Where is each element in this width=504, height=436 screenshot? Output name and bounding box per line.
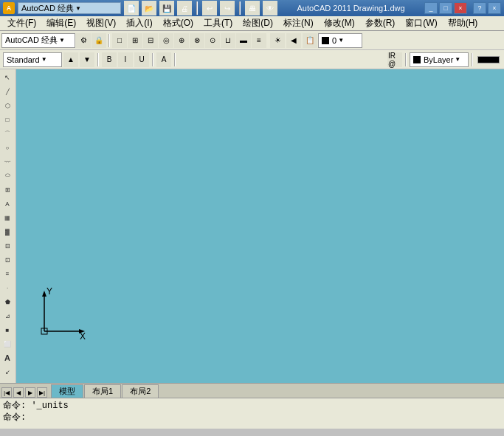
title-bar: A AutoCAD 经典 ▼ 📄 📂 💾 🖨 ↩ ↪ 🖶 👁 AutoCAD 2… [0,0,504,16]
menu-window[interactable]: 窗口(W) [401,15,441,31]
help-btn[interactable]: ? [473,2,486,14]
tab-model[interactable]: 模型 [51,384,83,398]
print-btn[interactable]: 🖶 [245,1,260,15]
menu-format[interactable]: 格式(O) [159,15,198,31]
minimize-btn[interactable]: _ [424,2,438,14]
plot-btn[interactable]: 🖨 [177,1,192,15]
tool-text-large[interactable]: A [1,351,14,364]
redo-btn[interactable]: ↪ [220,1,235,15]
bold-btn[interactable]: B [102,52,117,67]
grid-btn[interactable]: ⊞ [128,33,142,48]
tool-insert[interactable]: ⊞ [1,183,14,196]
layer-prev[interactable]: ◀ [286,33,301,48]
command-area: 命令: '_units 命令: [0,398,504,429]
menu-help[interactable]: 帮助(H) [443,15,483,31]
tool-surface[interactable]: ⊿ [1,309,14,322]
menu-bar: 文件(F) 编辑(E) 视图(V) 插入(I) 格式(O) 工具(T) 绘图(D… [0,16,504,31]
italic-btn[interactable]: I [118,52,133,67]
menu-tools[interactable]: 工具(T) [199,15,237,31]
otrack-btn[interactable]: ⊗ [190,33,204,48]
canvas-area[interactable]: Y X [16,69,504,383]
tool-mline[interactable]: ≡ [1,267,14,280]
underline-btn[interactable]: U [134,52,149,67]
close2-btn[interactable]: × [488,2,501,14]
qp-btn[interactable]: ≡ [252,33,266,48]
workspace-dropdown[interactable]: AutoCAD 经典 ▼ [18,2,121,14]
tool-solid[interactable]: ■ [1,323,14,336]
menu-params[interactable]: 参数(R) [361,15,400,31]
lineweight-btn[interactable]: ▬ [236,33,251,48]
app-icon: A [3,2,15,14]
dyn-btn[interactable]: ⊔ [221,33,235,48]
ortho-btn[interactable]: ⊟ [143,33,158,48]
color-btn[interactable]: A [156,52,171,67]
workspace-lock[interactable]: 🔒 [92,33,106,48]
tab-first-btn[interactable]: |◀ [1,387,12,398]
ir-at[interactable]: IR @ [387,52,402,67]
tool-line[interactable]: ╱ [1,85,14,98]
polar-btn[interactable]: ◎ [159,33,173,48]
tool-polyline[interactable]: ⬡ [1,99,14,112]
close-btn[interactable]: × [454,2,467,14]
svg-text:X: X [80,331,86,342]
tab-layout1[interactable]: 布局1 [84,384,121,398]
text-height-up[interactable]: ▲ [63,52,78,67]
command-line2[interactable]: 命令: [3,412,501,423]
menu-edit[interactable]: 编辑(E) [42,15,80,31]
tool-arc[interactable]: ⌒ [1,127,14,140]
tab-next-btn[interactable]: ▶ [25,387,35,398]
workspace-settings[interactable]: ⚙ [76,33,91,48]
maximize-btn[interactable]: □ [439,2,452,14]
tool-spline[interactable]: 〰 [1,155,14,168]
layer-state[interactable]: ☀ [270,33,285,48]
sep5 [152,53,153,66]
menu-insert[interactable]: 插入(I) [122,15,156,31]
tool-3dface[interactable]: ⬟ [1,295,14,308]
snap-btn[interactable]: □ [112,33,127,48]
tool-point[interactable]: · [1,281,14,294]
save-btn[interactable]: 💾 [159,1,174,15]
menu-modify[interactable]: 修改(M) [320,15,359,31]
osnap-btn[interactable]: ⊕ [174,33,189,48]
menu-view[interactable]: 视图(V) [82,15,120,31]
open-btn[interactable]: 📂 [142,1,156,15]
svg-text:Y: Y [46,286,52,297]
props-bar: Standard ▼ ▲ ▼ B I U A IR @ ByLayer ▼ [0,50,504,69]
tool-table[interactable]: ⊡ [1,253,14,266]
bylayer-color [413,56,421,63]
bylayer-selector[interactable]: ByLayer ▼ [410,52,469,67]
menu-draw[interactable]: 绘图(D) [238,15,277,31]
menu-dimension[interactable]: 标注(N) [279,15,318,31]
sep3 [108,34,110,47]
preview-btn[interactable]: 👁 [263,1,277,15]
ucs-axes: Y X [30,283,89,342]
sep8 [472,53,473,66]
sep4 [97,53,99,66]
tab-prev-btn[interactable]: ◀ [13,387,24,398]
tool-wipeout[interactable]: ⬜ [1,337,14,350]
tool-circle[interactable]: ○ [1,141,14,154]
tool-ellipse[interactable]: ⬭ [1,169,14,182]
left-toolbox: ↖ ╱ ⬡ □ ⌒ ○ 〰 ⬭ ⊞ A ▦ ▓ ⊟ ⊡ ≡ · ⬟ ⊿ ■ ⬜ … [0,69,16,383]
tool-region[interactable]: ⊟ [1,239,14,252]
workspace-selector[interactable]: AutoCAD 经典 ▼ [1,33,75,48]
layer-icon[interactable]: 📋 [303,33,317,48]
sep1 [196,1,198,15]
new-btn[interactable]: 📄 [124,1,139,15]
ducs-btn[interactable]: ⊙ [205,33,220,48]
text-height-dn[interactable]: ▼ [80,52,94,67]
tool-rect[interactable]: □ [1,113,14,126]
main-area: ↖ ╱ ⬡ □ ⌒ ○ 〰 ⬭ ⊞ A ▦ ▓ ⊟ ⊡ ≡ · ⬟ ⊿ ■ ⬜ … [0,69,504,383]
style-selector[interactable]: Standard ▼ [3,52,62,67]
tool-gradient[interactable]: ▓ [1,225,14,238]
menu-file[interactable]: 文件(F) [3,15,41,31]
tool-bottom[interactable]: ↙ [1,365,14,378]
window-controls: _ □ × ? × [424,2,501,14]
tool-hatch[interactable]: ▦ [1,211,14,224]
tab-layout2[interactable]: 布局2 [122,384,159,398]
undo-btn[interactable]: ↩ [202,1,217,15]
tool-mtext[interactable]: A [1,197,14,210]
tool-pick[interactable]: ↖ [1,71,14,84]
tab-last-btn[interactable]: ▶| [37,387,47,398]
layer-selector[interactable]: 0 ▼ [318,33,362,48]
